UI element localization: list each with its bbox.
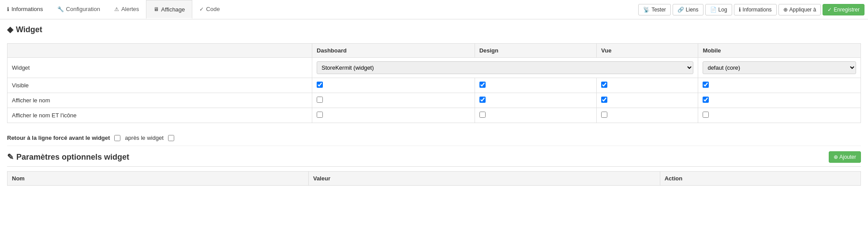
row-label-visible: Visible <box>7 78 312 93</box>
afficher-icone-vue-cell <box>597 108 698 123</box>
nav-tabs: ℹ Informations 🔧 Configuration ⚠ Alertes… <box>0 0 635 19</box>
afficher-icone-dashboard-checkbox[interactable] <box>317 112 323 118</box>
informations-button[interactable]: ℹ Informations <box>734 4 777 15</box>
afficher-icone-vue-checkbox[interactable] <box>601 112 607 118</box>
ajouter-button[interactable]: ⊕ Ajouter <box>829 151 861 163</box>
visible-dashboard-checkbox[interactable] <box>317 82 323 88</box>
afficher-icone-mobile-cell <box>698 108 861 123</box>
row-label-afficher-nom-icone: Afficher le nom ET l'icône <box>7 108 312 123</box>
retour-apres-checkbox[interactable] <box>168 135 174 141</box>
visible-vue-cell <box>597 78 698 93</box>
log-icon: 📄 <box>710 7 717 13</box>
afficher-icone-dashboard-cell <box>312 108 475 123</box>
visible-vue-checkbox[interactable] <box>601 82 607 88</box>
retour-avant-checkbox[interactable] <box>114 135 120 141</box>
tab-code[interactable]: ✓ Code <box>192 0 227 19</box>
tab-affichage[interactable]: 🖥 Affichage <box>146 0 192 19</box>
nav-actions: 📡 Tester 🔗 Liens 📄 Log ℹ Informations ⊕ … <box>635 4 868 15</box>
retour-avant-label: Retour à la ligne forcé avant le widget <box>7 135 110 141</box>
params-table: Nom Valeur Action <box>7 171 861 186</box>
info2-icon: ℹ <box>739 7 741 13</box>
table-row-widget: Widget StoreKermit (widget) defaut (core… <box>7 58 861 78</box>
appliquer-icon: ⊕ <box>783 7 788 13</box>
col-header-design: Design <box>475 44 596 58</box>
table-row-afficher-nom-icone: Afficher le nom ET l'icône <box>7 108 861 123</box>
display-icon: 🖥 <box>153 6 159 12</box>
visible-design-checkbox[interactable] <box>479 82 486 88</box>
afficher-icone-mobile-checkbox[interactable] <box>703 112 709 118</box>
appliquer-button[interactable]: ⊕ Appliquer à <box>778 4 821 15</box>
afficher-nom-design-checkbox[interactable] <box>479 97 486 103</box>
row-label-widget: Widget <box>7 58 312 78</box>
widget-section-title: ◆ Widget <box>7 25 861 38</box>
visible-mobile-cell <box>698 78 861 93</box>
widget-dashboard-select-cell: StoreKermit (widget) <box>312 58 698 78</box>
table-row-afficher-nom: Afficher le nom <box>7 93 861 108</box>
widget-mobile-select[interactable]: defaut (core) <box>703 61 856 74</box>
visible-design-cell <box>475 78 596 93</box>
log-button[interactable]: 📄 Log <box>705 4 732 15</box>
top-nav: ℹ Informations 🔧 Configuration ⚠ Alertes… <box>0 0 868 19</box>
afficher-nom-mobile-checkbox[interactable] <box>703 97 709 103</box>
table-row-visible: Visible <box>7 78 861 93</box>
tab-informations[interactable]: ℹ Informations <box>0 0 50 19</box>
parametres-header: ✎ Paramètres optionnels widget ⊕ Ajouter <box>7 151 861 167</box>
params-col-nom: Nom <box>7 172 309 186</box>
params-col-valeur: Valeur <box>308 172 660 186</box>
liens-button[interactable]: 🔗 Liens <box>673 4 703 15</box>
afficher-nom-design-cell <box>475 93 596 108</box>
col-header-dashboard: Dashboard <box>312 44 475 58</box>
parametres-icon: ✎ <box>7 152 14 162</box>
enregistrer-icon: ✓ <box>827 7 832 13</box>
config-icon: 🔧 <box>57 6 64 12</box>
alert-icon: ⚠ <box>114 6 119 12</box>
tab-alertes[interactable]: ⚠ Alertes <box>107 0 146 19</box>
afficher-nom-vue-cell <box>597 93 698 108</box>
page-content: ◆ Widget Dashboard Design Vue Mobile Wid… <box>0 19 868 191</box>
widget-dashboard-select[interactable]: StoreKermit (widget) <box>317 61 693 74</box>
code-icon: ✓ <box>199 6 204 12</box>
col-header-empty <box>7 44 312 58</box>
afficher-nom-mobile-cell <box>698 93 861 108</box>
tester-button[interactable]: 📡 Tester <box>638 4 671 15</box>
afficher-icone-design-cell <box>475 108 596 123</box>
widget-icon: ◆ <box>7 25 13 34</box>
info-icon: ℹ <box>7 6 9 12</box>
retour-apres-label: après le widget <box>125 135 163 141</box>
tester-icon: 📡 <box>643 7 650 13</box>
afficher-nom-dashboard-cell <box>312 93 475 108</box>
afficher-nom-vue-checkbox[interactable] <box>601 97 607 103</box>
parametres-title: ✎ Paramètres optionnels widget <box>7 152 129 162</box>
enregistrer-button[interactable]: ✓ Enregistrer <box>823 4 864 15</box>
tab-configuration[interactable]: 🔧 Configuration <box>50 0 107 19</box>
row-label-afficher-nom: Afficher le nom <box>7 93 312 108</box>
params-col-action: Action <box>660 172 861 186</box>
afficher-nom-dashboard-checkbox[interactable] <box>317 97 323 103</box>
liens-icon: 🔗 <box>677 7 684 13</box>
afficher-icone-design-checkbox[interactable] <box>479 112 486 118</box>
col-header-mobile: Mobile <box>698 44 861 58</box>
widget-mobile-select-cell: defaut (core) <box>698 58 861 78</box>
widget-config-table: Dashboard Design Vue Mobile Widget Store… <box>7 43 861 123</box>
retour-row: Retour à la ligne forcé avant le widget … <box>7 130 861 146</box>
visible-mobile-checkbox[interactable] <box>703 82 709 88</box>
visible-dashboard-cell <box>312 78 475 93</box>
col-header-vue: Vue <box>597 44 698 58</box>
